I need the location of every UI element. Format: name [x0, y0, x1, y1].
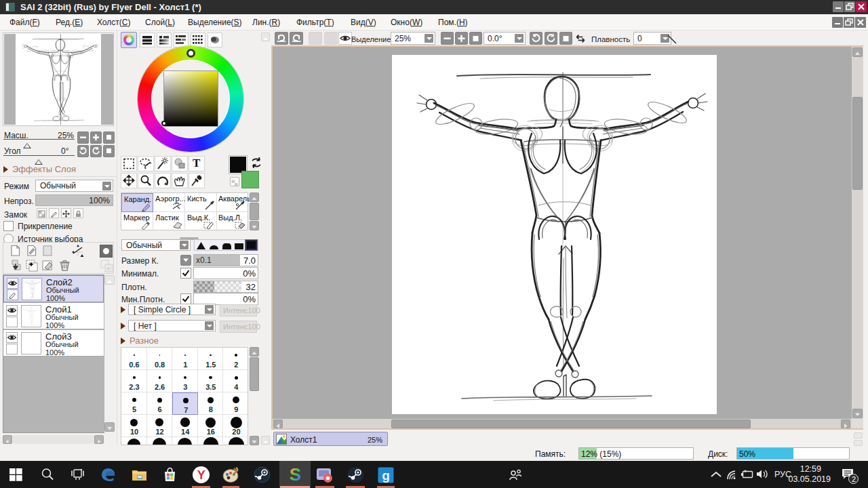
svg-text:S: S	[290, 465, 301, 484]
svg-text:g: g	[382, 468, 390, 483]
svg-text:Y: Y	[197, 468, 205, 482]
